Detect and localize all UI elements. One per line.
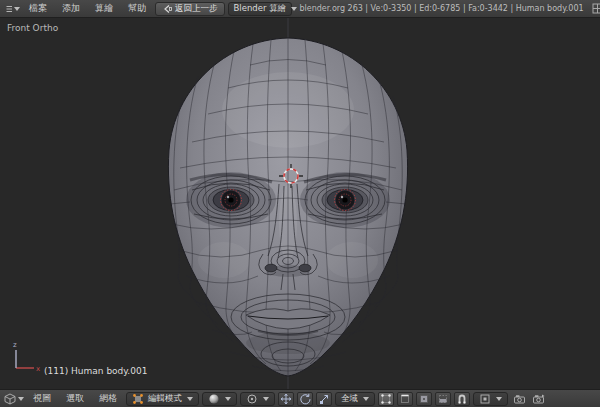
dropdown-arrow-icon [187, 397, 193, 401]
top-header: 檔案 添加 算繪 幫助 返回上一步 Blender 算繪 blender.org… [0, 0, 600, 18]
dropdown-arrow-icon [263, 397, 269, 401]
menu-render[interactable]: 算繪 [89, 1, 119, 16]
snap-element-select[interactable] [473, 392, 508, 406]
info-editor-icon [4, 3, 12, 15]
editor-type-button[interactable] [4, 2, 20, 16]
edit-mode-icon [132, 393, 144, 405]
edge-select-icon [399, 393, 411, 405]
svg-text:x: x [36, 365, 40, 373]
mode-select[interactable]: 編輯模式 [126, 392, 199, 406]
orientation-select[interactable]: 全域 [335, 392, 375, 406]
mini-axis-gizmo: x z [13, 341, 40, 373]
snap-element-icon [479, 393, 491, 405]
bottom-header: 視圖 選取 網格 編輯模式 [0, 389, 600, 407]
status-text: blender.org 263 | Ve:0-3350 | Ed:0-6785 … [300, 4, 584, 13]
layout-grid-icon [592, 3, 600, 14]
render-engine-select[interactable]: Blender 算繪 [228, 2, 292, 16]
render-animation-icon [532, 393, 545, 405]
menu-help[interactable]: 幫助 [122, 1, 152, 16]
menu-add[interactable]: 添加 [56, 1, 86, 16]
manipulator-rotate-button[interactable] [297, 392, 313, 406]
pivot-point-select[interactable] [240, 392, 275, 406]
dropdown-arrow-icon [363, 397, 369, 401]
manipulator-translate-button[interactable] [278, 392, 294, 406]
face-select-button[interactable] [416, 392, 432, 406]
dropdown-arrow-icon [14, 7, 20, 11]
dropdown-arrow-icon [496, 397, 502, 401]
manipulator-scale-button[interactable] [316, 392, 332, 406]
dropdown-arrow-icon [291, 7, 297, 11]
dropdown-arrow-icon [225, 397, 231, 401]
undo-step-label: 返回上一步 [175, 3, 218, 15]
render-animation-button[interactable] [530, 392, 546, 406]
mode-value: 編輯模式 [148, 393, 182, 405]
window-layout-icon[interactable] [590, 2, 600, 16]
limit-visible-button[interactable] [435, 392, 451, 406]
dropdown-arrow-icon [18, 397, 24, 401]
magnet-icon [456, 393, 468, 405]
limit-to-visible-icon [437, 393, 449, 405]
menu-mesh[interactable]: 網格 [93, 391, 123, 406]
vertex-select-icon [380, 393, 392, 405]
view-orientation-label: Front Ortho [7, 23, 58, 33]
face-mesh-render: x z [0, 18, 600, 389]
orientation-value: 全域 [341, 393, 358, 405]
pivot-point-icon [246, 393, 258, 405]
vertex-select-button[interactable] [378, 392, 394, 406]
shading-sphere-icon [208, 393, 220, 405]
translate-manipulator-icon [280, 393, 292, 405]
render-engine-value: Blender 算繪 [234, 3, 287, 15]
menu-view[interactable]: 視圖 [27, 391, 57, 406]
menu-file[interactable]: 檔案 [23, 1, 53, 16]
edge-select-button[interactable] [397, 392, 413, 406]
viewport-3d[interactable]: x z Front Ortho (111) Human body.001 [0, 18, 600, 389]
menu-select[interactable]: 選取 [60, 391, 90, 406]
blender-window: 檔案 添加 算繪 幫助 返回上一步 Blender 算繪 blender.org… [0, 0, 600, 407]
svg-text:z: z [13, 341, 17, 349]
undo-step-button[interactable]: 返回上一步 [155, 2, 225, 16]
scale-manipulator-icon [318, 393, 330, 405]
viewport-shading-select[interactable] [202, 392, 237, 406]
object-info-label: (111) Human body.001 [44, 366, 147, 376]
viewport-editor-icon [4, 393, 16, 405]
render-still-button[interactable] [511, 392, 527, 406]
back-arrow-icon [162, 4, 172, 14]
render-camera-icon [513, 393, 526, 405]
rotate-manipulator-icon [299, 393, 311, 405]
viewport-editor-type-button[interactable] [4, 392, 24, 406]
face-select-icon [418, 393, 430, 405]
snap-magnet-button[interactable] [454, 392, 470, 406]
